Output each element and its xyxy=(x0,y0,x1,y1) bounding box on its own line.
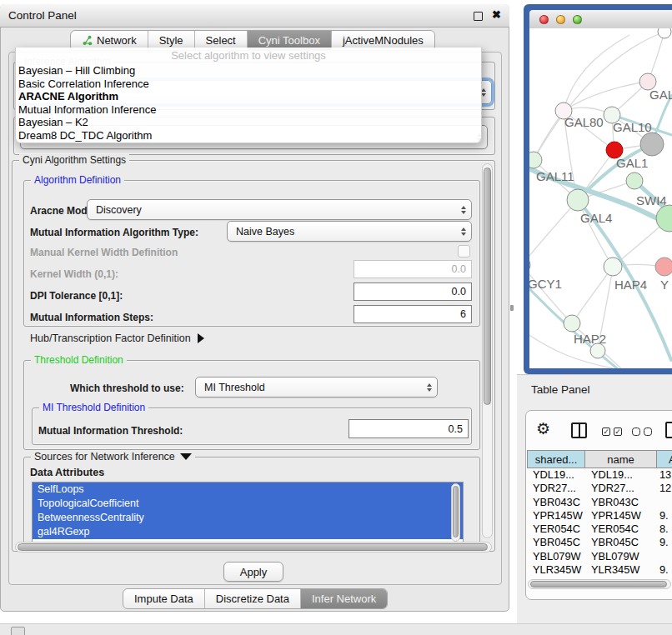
dpi-tolerance-label: DPI Tolerance [0,1]: xyxy=(30,290,123,302)
status-strip xyxy=(0,623,672,635)
scrollbar-thumb[interactable] xyxy=(18,543,488,551)
dpi-tolerance-input[interactable]: 0.0 xyxy=(354,282,472,301)
column-header-name[interactable]: name xyxy=(585,450,657,468)
settings-vertical-scrollbar[interactable] xyxy=(482,163,493,538)
attributes-vertical-scrollbar[interactable] xyxy=(451,483,460,542)
dock-panel-icon[interactable] xyxy=(11,627,25,635)
algorithm-option[interactable]: Basic Correlation Inference xyxy=(16,78,481,91)
threshold-definition-title: Threshold Definition xyxy=(31,354,127,366)
node-label: SWI4 xyxy=(636,193,667,208)
node-gray-hub[interactable] xyxy=(640,132,664,156)
bottom-tabs: Impute Data Discretize Data Infer Networ… xyxy=(123,588,388,609)
node-gal11[interactable] xyxy=(529,152,542,168)
collapse-arrow-icon xyxy=(180,453,192,460)
which-threshold-combobox[interactable]: MI Threshold xyxy=(195,377,438,398)
scrollbar-thumb[interactable] xyxy=(530,581,667,588)
which-threshold-label: Which threshold to use: xyxy=(70,382,184,394)
node-hap4[interactable] xyxy=(604,258,622,276)
table-panel-title: Table Panel xyxy=(531,383,590,396)
node-label: GAL xyxy=(649,88,672,102)
mi-steps-label: Mutual Information Steps: xyxy=(30,312,153,323)
table-row[interactable]: YDL19... YDL19... 13 xyxy=(527,468,672,482)
table-row[interactable]: YDR27... YDR27... 12 xyxy=(527,482,672,495)
node-pink-right[interactable] xyxy=(655,258,672,276)
node-hap2[interactable] xyxy=(564,315,580,332)
table-settings-button[interactable]: ⚙ xyxy=(536,421,550,438)
network-window-titlebar[interactable] xyxy=(529,10,672,29)
algorithm-option[interactable]: Bayesian – Hill Climbing xyxy=(16,64,481,78)
attribute-item[interactable]: SelfLoops xyxy=(33,482,463,497)
mi-threshold-input[interactable]: 0.5 xyxy=(349,419,469,438)
close-icon[interactable]: ✖ xyxy=(492,8,501,21)
sources-title: Sources for Network Inference xyxy=(34,451,175,462)
table-row[interactable]: YBR045C YBR045C 9. xyxy=(527,536,672,549)
table-row[interactable]: YBL079W YBL079W xyxy=(527,550,672,563)
network-canvas[interactable]: GAL GAL80 GAL10 GAL1 GAL11 SWI4 GAL4 GCY… xyxy=(529,28,672,368)
node-gcy1[interactable] xyxy=(529,257,530,273)
node-unlabeled-top[interactable] xyxy=(658,28,671,38)
export-table-icon[interactable] xyxy=(665,422,672,438)
apply-button[interactable]: Apply xyxy=(223,562,283,582)
tab-discretize-data[interactable]: Discretize Data xyxy=(204,589,300,608)
node-label: GAL80 xyxy=(564,115,604,129)
network-icon xyxy=(82,35,93,46)
dropdown-prompt: Select algorithm to view settings xyxy=(16,48,481,64)
table-row[interactable]: YPR145W YPR145W 9. xyxy=(527,509,672,522)
gear-icon: ⚙ xyxy=(536,420,550,438)
settings-horizontal-scrollbar[interactable] xyxy=(15,542,492,552)
node-label: GAL4 xyxy=(580,211,612,225)
column-header-partial[interactable]: A xyxy=(657,450,672,468)
mi-steps-input[interactable]: 6 xyxy=(354,305,472,323)
algorithm-option[interactable]: Bayesian – K2 xyxy=(16,116,481,129)
manual-kernel-width-checkbox[interactable] xyxy=(458,245,470,258)
checked-box-icon: ✓ xyxy=(602,428,610,436)
node-swi4[interactable] xyxy=(626,172,643,189)
tab-impute-data[interactable]: Impute Data xyxy=(123,589,204,608)
algorithm-option[interactable]: Mutual Information Inference xyxy=(16,103,481,117)
node-gal4[interactable] xyxy=(567,189,589,211)
table-header-row: shared... name A xyxy=(527,450,672,468)
aracne-mode-combobox[interactable]: Discovery xyxy=(87,199,472,220)
deselect-all-columns-button[interactable] xyxy=(632,428,652,436)
column-header-shared-name[interactable]: shared... xyxy=(527,450,585,468)
table-row[interactable]: YBR043C YBR043C xyxy=(527,496,672,509)
node-label: GAL10 xyxy=(613,120,652,134)
scrollbar-thumb[interactable] xyxy=(453,486,459,538)
kernel-width-label: Kernel Width (0,1): xyxy=(30,268,118,280)
node-label: GAL1 xyxy=(616,156,648,170)
hub-definition-expander[interactable]: Hub/Transcription Factor Definition xyxy=(30,332,204,344)
select-all-columns-button[interactable]: ✓ ✓ xyxy=(602,428,622,436)
control-panel-titlebar: Control Panel ✖ xyxy=(0,4,509,28)
attribute-item[interactable]: gal4RGexp xyxy=(33,525,463,539)
panel-splitter[interactable] xyxy=(510,305,514,311)
algorithm-option[interactable]: Dream8 DC_TDC Algorithm xyxy=(16,129,481,142)
attribute-item[interactable]: BetweennessCentrality xyxy=(33,511,463,525)
algorithm-option-selected[interactable]: ARACNE Algorithm xyxy=(16,90,481,103)
close-traffic-light-icon[interactable] xyxy=(539,15,549,24)
table-row[interactable]: YER054C YER054C 8. xyxy=(527,522,672,536)
control-panel-title: Control Panel xyxy=(8,9,77,22)
kernel-width-input[interactable]: 0.0 xyxy=(354,260,472,278)
data-attributes-label: Data Attributes xyxy=(30,467,104,478)
mi-algorithm-type-combobox[interactable]: Naive Bayes xyxy=(227,221,472,242)
table-row[interactable]: YLR345W YLR345W 9. xyxy=(527,563,672,577)
cyni-algorithm-settings-title: Cyni Algorithm Settings xyxy=(19,154,129,166)
table-horizontal-scrollbar[interactable] xyxy=(528,579,671,589)
tab-infer-network[interactable]: Infer Network xyxy=(300,589,387,608)
attribute-item[interactable]: TopologicalCoefficient xyxy=(33,497,463,511)
zoom-traffic-light-icon[interactable] xyxy=(573,15,582,24)
scrollbar-thumb[interactable] xyxy=(484,168,491,405)
float-window-icon[interactable] xyxy=(474,12,483,21)
algorithm-definition-title: Algorithm Definition xyxy=(31,174,124,186)
node-label: GCY1 xyxy=(529,277,562,291)
network-graph: GAL GAL80 GAL10 GAL1 GAL11 SWI4 GAL4 GCY… xyxy=(529,28,672,368)
node-label: HAP2 xyxy=(574,332,606,346)
minimize-traffic-light-icon[interactable] xyxy=(556,15,565,24)
node-label: HAP4 xyxy=(614,278,647,292)
network-view-window: GAL GAL80 GAL10 GAL1 GAL11 SWI4 GAL4 GCY… xyxy=(524,4,672,374)
combo-arrows-icon xyxy=(461,206,466,214)
mi-threshold-definition-title: MI Threshold Definition xyxy=(39,402,148,413)
sources-title-row[interactable]: Sources for Network Inference xyxy=(31,451,195,462)
combo-arrows-icon xyxy=(461,228,466,236)
split-columns-icon[interactable] xyxy=(571,422,587,438)
